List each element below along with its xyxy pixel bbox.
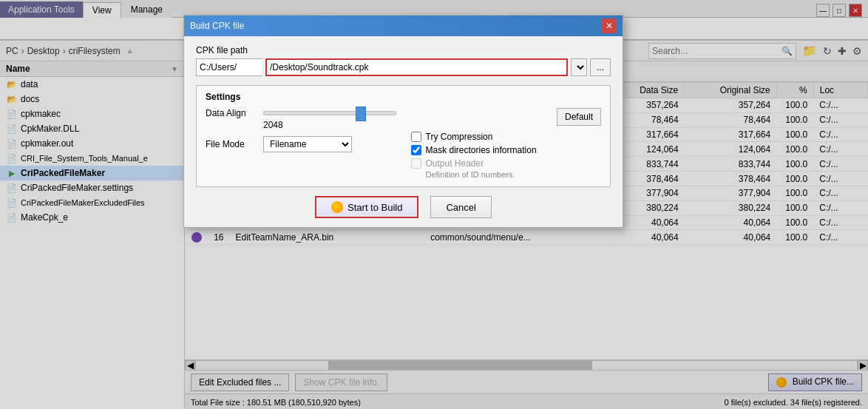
mask-directories-checkbox[interactable] [411,145,421,155]
try-compression-label: Try Compression [426,132,493,142]
output-header-label: Output Header [426,158,484,169]
app-window: Application Tools View Manage — □ ✕ PC ›… [0,0,868,409]
build-icon [331,201,343,213]
data-align-value: 2048 [263,120,283,130]
settings-left: Data Align 2048 [206,108,396,179]
dialog-title: Build CPK file [190,21,244,31]
dialog-buttons: Start to Build Cancel [196,196,611,218]
dialog-close-button[interactable]: ✕ [602,18,617,33]
data-align-label: Data Align [206,108,257,118]
mask-directories-label: Mask directories information [426,145,537,155]
slider-thumb[interactable] [356,107,366,121]
dialog-titlebar: Build CPK file ✕ [184,16,623,36]
mask-directories-row: Mask directories information [411,145,602,155]
cpk-path-dropdown[interactable]: ▼ [571,58,587,76]
try-compression-checkbox[interactable] [411,132,421,142]
cpk-path-right-input[interactable] [265,58,568,76]
start-to-build-button[interactable]: Start to Build [315,196,418,218]
settings-section: Settings Data Align [196,85,611,187]
cpk-path-label: CPK file path [196,45,611,55]
settings-title: Settings [206,92,601,102]
file-mode-select[interactable]: Filename ID Auto [263,136,352,152]
dialog-overlay: Build CPK file ✕ CPK file path ▼ ... Se [0,0,868,409]
settings-right: Default Try Compression Mask directories… [411,108,602,179]
file-mode-row: File Mode Filename ID Auto [206,136,396,152]
build-cpk-dialog: Build CPK file ✕ CPK file path ▼ ... Se [183,15,623,228]
cpk-path-left-input[interactable] [196,58,262,76]
output-header-row: Output Header [411,158,602,169]
default-button[interactable]: Default [557,108,601,126]
cpk-path-browse-button[interactable]: ... [590,58,611,76]
settings-grid: Data Align 2048 [206,108,601,179]
dialog-body: CPK file path ▼ ... Settings [184,36,623,227]
definition-note: Definition of ID numbers. [426,170,602,179]
data-align-row: Data Align [206,108,396,118]
try-compression-row: Try Compression [411,132,602,142]
slider-container [263,111,396,115]
cpk-path-row: ▼ ... [196,58,611,76]
slider-track [263,111,396,115]
output-header-checkbox[interactable] [411,158,421,169]
file-mode-label: File Mode [206,139,257,149]
cancel-button[interactable]: Cancel [430,196,491,218]
